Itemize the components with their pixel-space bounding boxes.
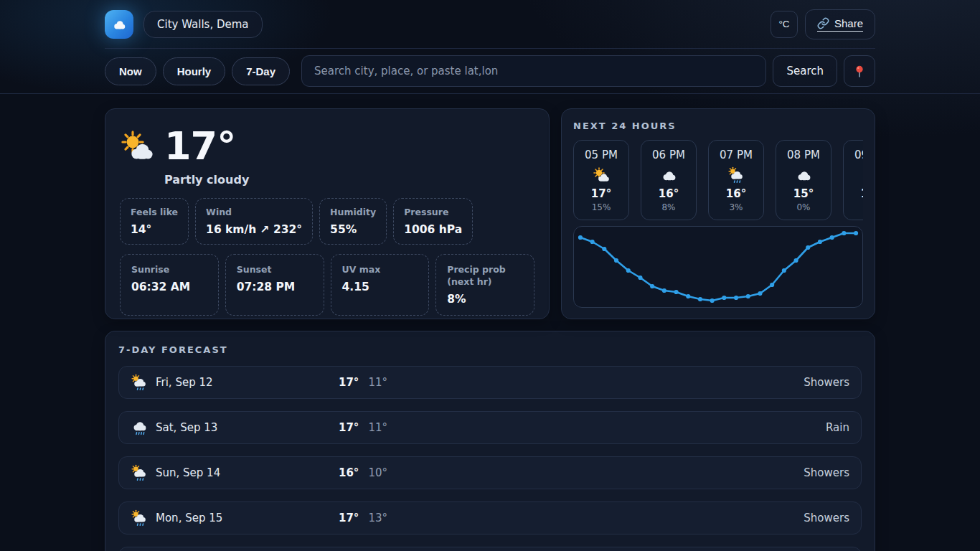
day-high: 17° — [339, 512, 359, 524]
day-high: 17° — [339, 421, 359, 434]
tab-hourly[interactable]: Hourly — [163, 57, 226, 85]
day-left: Mon, Sep 15 — [131, 509, 339, 527]
hour-card: 08 PM 15° 0% — [776, 140, 831, 220]
link-icon — [817, 17, 829, 29]
top-bar-actions: °C Share — [771, 9, 875, 39]
day-low: 10° — [368, 466, 387, 479]
day-high: 17° — [339, 376, 359, 389]
day-condition: Rain — [826, 421, 849, 434]
current-condition: Partly cloudy — [164, 173, 534, 187]
share-label: Share — [834, 17, 863, 29]
hour-card: 09 PM 14° 0% — [843, 140, 863, 220]
stat-sunrise: Sunrise 06:32 AM — [120, 254, 219, 316]
forecast-row-sun[interactable]: Sun, Sep 14 16° 10° Showers — [118, 456, 862, 489]
day-low: 11° — [368, 376, 387, 389]
seven-day-forecast-card: 7-DAY FORECAST Fri, Sep 12 17° 11° Showe… — [105, 331, 875, 551]
top-bar: City Walls, Dema °C Share — [105, 0, 875, 49]
hour-weather-icon — [795, 166, 812, 184]
next-24-hours-card: NEXT 24 HOURS 05 PM 17° 15% 06 PM 16° 8%… — [561, 108, 875, 319]
hour-weather-icon — [660, 166, 677, 184]
tab-7day[interactable]: 7-Day — [232, 57, 290, 85]
hour-card: 07 PM 16° 3% — [708, 140, 764, 220]
daily-rows: Fri, Sep 12 17° 11° Showers Sat, Sep 13 … — [118, 366, 862, 551]
stat-feels-like: Feels like 14° — [120, 198, 189, 245]
hourly-section-title: NEXT 24 HOURS — [573, 121, 863, 131]
stat-wind: Wind 16 km/h ↗ 232° — [195, 198, 313, 245]
day-high: 16° — [339, 466, 359, 479]
hour-card: 05 PM 17° 15% — [573, 140, 629, 220]
stat-pressure: Pressure 1006 hPa — [393, 198, 473, 245]
search-button[interactable]: Search — [773, 55, 837, 87]
stat-uv-max: UV max 4.15 — [331, 254, 430, 316]
current-weather-icon — [120, 129, 154, 164]
current-temp: 17° — [164, 123, 235, 169]
location-chip[interactable]: City Walls, Dema — [143, 11, 263, 38]
stat-humidity: Humidity 55% — [319, 198, 387, 245]
stat-precip-prob: Precip prob (next hr) 8% — [435, 254, 534, 316]
forecast-row-mon[interactable]: Mon, Sep 15 17° 13° Showers — [118, 501, 862, 534]
share-inner: Share — [817, 17, 863, 32]
forecast-row-sat[interactable]: Sat, Sep 13 17° 11° Rain — [118, 411, 862, 444]
current-conditions-card: 17° Partly cloudy Feels like 14° Wind 16… — [105, 108, 550, 319]
hourly-strip[interactable]: 05 PM 17° 15% 06 PM 16° 8% 07 PM 16° 3% … — [573, 140, 863, 220]
day-condition: Showers — [804, 512, 849, 524]
nav-bar: Now Hourly 7-Day Search — [0, 49, 980, 94]
hour-weather-icon — [862, 166, 863, 184]
forecast-row-partial[interactable] — [118, 547, 862, 551]
forecast-row-fri[interactable]: Fri, Sep 12 17° 11° Showers — [118, 366, 862, 399]
search-input[interactable] — [301, 55, 766, 87]
hour-weather-icon — [727, 166, 745, 184]
tab-now[interactable]: Now — [105, 57, 156, 85]
temp-sparkline — [574, 227, 862, 307]
share-button[interactable]: Share — [805, 9, 875, 39]
daily-section-title: 7-DAY FORECAST — [118, 344, 862, 355]
day-weather-icon — [131, 464, 148, 481]
day-condition: Showers — [804, 376, 849, 389]
day-low: 13° — [368, 512, 387, 524]
current-stats-row-1: Feels like 14° Wind 16 km/h ↗ 232° Humid… — [120, 198, 534, 245]
current-stats-row-2: Sunrise 06:32 AM Sunset 07:28 PM UV max … — [120, 254, 534, 316]
day-left: Sat, Sep 13 — [131, 419, 339, 436]
pin-icon — [852, 64, 867, 78]
day-condition: Showers — [804, 466, 849, 479]
day-left: Sun, Sep 14 — [131, 464, 339, 481]
day-weather-icon — [131, 419, 148, 436]
hour-card: 06 PM 16° 8% — [641, 140, 697, 220]
cloud-logo-icon — [110, 16, 128, 33]
temp-trend-chart — [573, 226, 863, 308]
stat-sunset: Sunset 07:28 PM — [225, 254, 324, 316]
location-label: City Walls, Dema — [157, 18, 249, 31]
day-weather-icon — [131, 374, 148, 391]
day-low: 11° — [368, 421, 387, 434]
unit-toggle-button[interactable]: °C — [771, 11, 798, 38]
day-left: Fri, Sep 12 — [131, 374, 339, 391]
hour-weather-icon — [593, 166, 610, 184]
day-weather-icon — [131, 509, 148, 527]
geolocate-button[interactable] — [844, 55, 875, 87]
app-logo — [105, 10, 133, 39]
